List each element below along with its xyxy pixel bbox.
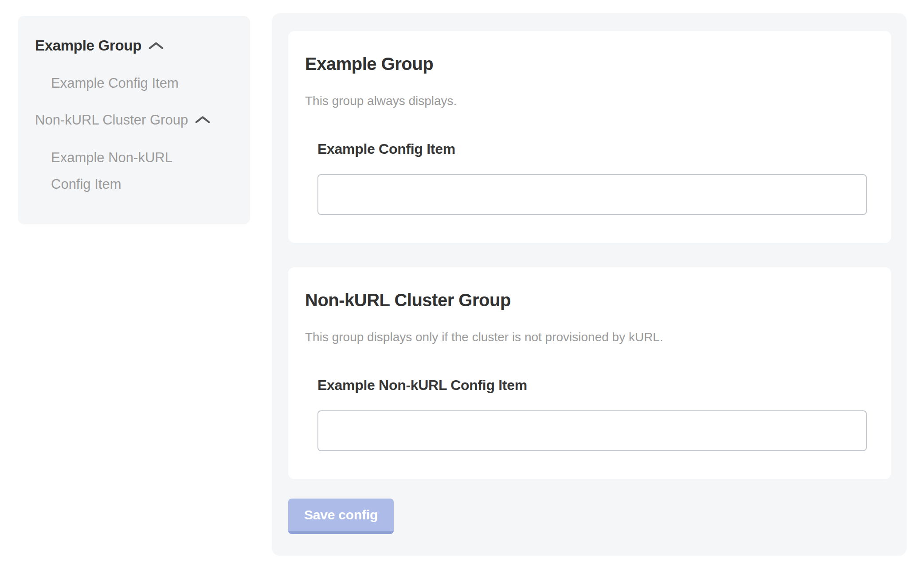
sidebar-item-example-config-item[interactable]: Example Config Item [51, 70, 200, 97]
chevron-up-icon [149, 32, 164, 59]
example-non-kurl-config-item-input[interactable] [317, 410, 867, 451]
config-panel: Example Group This group always displays… [272, 13, 907, 556]
config-item-label: Example Non-kURL Config Item [317, 376, 867, 394]
group-description: This group displays only if the cluster … [305, 330, 867, 345]
example-config-item-input[interactable] [317, 174, 867, 215]
group-title: Example Group [305, 53, 867, 74]
group-description: This group always displays. [305, 94, 867, 109]
sidebar-item-example-non-kurl-config-item[interactable]: Example Non-kURL Config Item [51, 144, 200, 198]
config-item: Example Config Item [317, 140, 867, 215]
save-config-button[interactable]: Save config [288, 499, 394, 534]
chevron-up-icon [195, 107, 210, 133]
sidebar-group-example-group[interactable]: Example Group [35, 32, 238, 59]
config-item: Example Non-kURL Config Item [317, 376, 867, 451]
sidebar-group-label: Non-kURL Cluster Group [35, 107, 188, 133]
config-group-card-non-kurl-cluster-group: Non-kURL Cluster Group This group displa… [288, 267, 891, 479]
config-sidebar: Example Group Example Config Item Non-kU… [18, 16, 250, 224]
config-item-label: Example Config Item [317, 140, 867, 158]
sidebar-group-label: Example Group [35, 32, 141, 59]
config-group-card-example-group: Example Group This group always displays… [288, 31, 891, 243]
group-title: Non-kURL Cluster Group [305, 289, 867, 311]
sidebar-group-non-kurl-cluster-group[interactable]: Non-kURL Cluster Group [35, 107, 238, 133]
